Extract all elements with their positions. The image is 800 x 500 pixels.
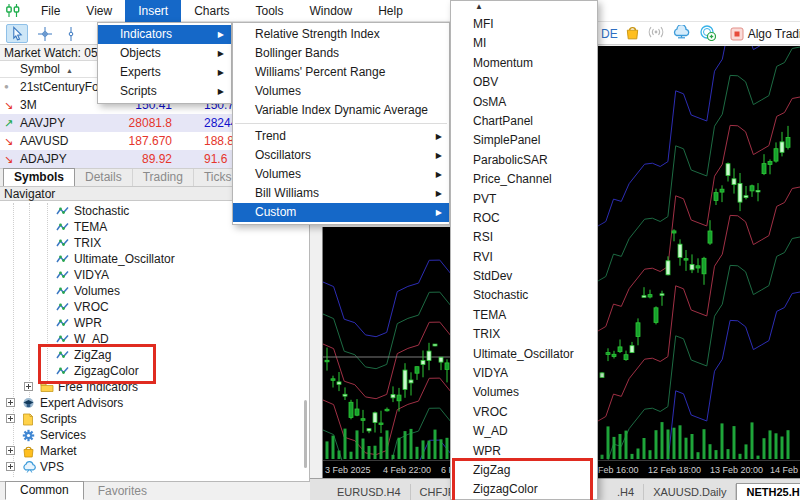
symbol-name: 3M bbox=[20, 96, 37, 114]
menu-item-label: RSI bbox=[473, 230, 493, 244]
menu-item-chartpanel[interactable]: ChartPanel bbox=[451, 112, 597, 131]
vps-cloud-icon[interactable] bbox=[672, 25, 692, 42]
expand-plus-icon[interactable] bbox=[6, 398, 15, 407]
menu-item-tema[interactable]: TEMA bbox=[451, 306, 597, 325]
time-axis-label: 14 Feb 22: bbox=[770, 465, 800, 475]
menu-item-label: Relative Strength Index bbox=[255, 27, 380, 41]
menu-item-stochastic[interactable]: Stochastic bbox=[451, 286, 597, 305]
menu-item-custom[interactable]: Custom▶ bbox=[233, 203, 449, 222]
navigator-item-market[interactable]: Market bbox=[0, 443, 309, 459]
vertical-line-tool-button[interactable] bbox=[62, 24, 80, 43]
menu-item-objects[interactable]: Objects▶ bbox=[98, 44, 231, 63]
menu-item-simplepanel[interactable]: SimplePanel bbox=[451, 131, 597, 150]
navigator-item-wpr[interactable]: WPR bbox=[0, 315, 309, 331]
navigator-item-zigzagcolor[interactable]: ZigzagColor bbox=[0, 363, 309, 379]
algo-trading-button[interactable]: Algo Trading bbox=[730, 27, 800, 41]
menu-item-trix[interactable]: TRIX bbox=[451, 325, 597, 344]
navigator-item-scripts[interactable]: Scripts bbox=[0, 411, 309, 427]
menu-item-ultimate-oscillator[interactable]: Ultimate_Oscillator bbox=[451, 345, 597, 364]
navigator-item-trix[interactable]: TRIX bbox=[0, 235, 309, 251]
menu-item-insert[interactable]: Insert bbox=[125, 0, 181, 22]
menu-item-help[interactable]: Help bbox=[365, 0, 416, 22]
menu-item-vidya[interactable]: VIDYA bbox=[451, 364, 597, 383]
navigator-item-ultimate-oscillator[interactable]: Ultimate_Oscillator bbox=[0, 251, 309, 267]
menu-item-window[interactable]: Window bbox=[297, 0, 366, 22]
market-watch-tab-details[interactable]: Details bbox=[75, 169, 133, 186]
chart-tab-eurusd-h4[interactable]: EURUSD.H4 bbox=[328, 484, 411, 500]
market-watch-tab-trading[interactable]: Trading bbox=[133, 169, 194, 186]
menu-item-indicators[interactable]: Indicators▶ bbox=[98, 25, 231, 44]
menu-item-volumes[interactable]: Volumes▶ bbox=[233, 165, 449, 184]
menu-item-trend[interactable]: Trend▶ bbox=[233, 127, 449, 146]
menu-item-volumes[interactable]: Volumes bbox=[233, 82, 449, 101]
navigator-item-w-ad[interactable]: W_AD bbox=[0, 331, 309, 347]
menu-item-williams-percent-range[interactable]: Williams' Percent Range bbox=[233, 63, 449, 82]
navigator-item-vroc[interactable]: VROC bbox=[0, 299, 309, 315]
menu-item-label: Experts bbox=[120, 65, 161, 79]
menu-item-momentum[interactable]: Momentum bbox=[451, 54, 597, 73]
cursor-tool-button[interactable] bbox=[6, 24, 28, 43]
signals-icon[interactable] bbox=[647, 25, 665, 42]
menu-item-bollinger-bands[interactable]: Bollinger Bands bbox=[233, 44, 449, 63]
chart-tab-neth25-h1[interactable]: NETH25.H1 bbox=[736, 483, 800, 500]
menu-item-osma[interactable]: OsMA bbox=[451, 93, 597, 112]
app-logo-icon bbox=[0, 3, 28, 18]
menu-item-rvi[interactable]: RVI bbox=[451, 248, 597, 267]
menu-item-wpr[interactable]: WPR bbox=[451, 442, 597, 461]
menu-item-label: TRIX bbox=[473, 327, 500, 341]
chart-tab--h4[interactable]: .H4 bbox=[608, 484, 644, 500]
menu-item-rsi[interactable]: RSI bbox=[451, 228, 597, 247]
expand-plus-icon[interactable] bbox=[6, 446, 15, 455]
algo-trading-icon bbox=[730, 27, 744, 41]
navigator-tab-favorites[interactable]: Favorites bbox=[84, 483, 161, 500]
indicators-submenu: Relative Strength IndexBollinger BandsWi… bbox=[232, 22, 450, 225]
navigator-item-label: WPR bbox=[74, 315, 102, 331]
menu-item-pvt[interactable]: PVT bbox=[451, 190, 597, 209]
navigator-item-expert-advisors[interactable]: Expert Advisors bbox=[0, 395, 309, 411]
menu-item-parabolicsar[interactable]: ParabolicSAR bbox=[451, 151, 597, 170]
menu-item-oscillators[interactable]: Oscillators▶ bbox=[233, 146, 449, 165]
navigator-tab-common[interactable]: Common bbox=[5, 481, 84, 500]
menu-item-view[interactable]: View bbox=[73, 0, 125, 22]
down-arrow-icon: ↘ bbox=[4, 150, 16, 168]
navigator-scrollbar[interactable] bbox=[304, 400, 307, 468]
market-watch-tab-symbols[interactable]: Symbols bbox=[3, 168, 75, 186]
menu-item-zigzagcolor[interactable]: ZigzagColor bbox=[451, 480, 597, 499]
menu-item-w-ad[interactable]: W_AD bbox=[451, 422, 597, 441]
expand-plus-icon[interactable] bbox=[6, 414, 15, 423]
chart-window-right[interactable]: Feb 16:0012 Feb 18:0013 Feb 20:0014 Feb … bbox=[598, 46, 800, 478]
navigator-item-vidya[interactable]: VIDYA bbox=[0, 267, 309, 283]
menu-item-file[interactable]: File bbox=[28, 0, 73, 22]
menu-item-roc[interactable]: ROC bbox=[451, 209, 597, 228]
navigator-item-volumes[interactable]: Volumes bbox=[0, 283, 309, 299]
menu-item-experts[interactable]: Experts▶ bbox=[98, 63, 231, 82]
menu-item-charts[interactable]: Charts bbox=[181, 0, 242, 22]
menu-item-stddev[interactable]: StdDev bbox=[451, 267, 597, 286]
menu-item-variable-index-dynamic-average[interactable]: Variable Index Dynamic Average bbox=[233, 101, 449, 120]
menu-item-bill-williams[interactable]: Bill Williams▶ bbox=[233, 184, 449, 203]
menu-item-relative-strength-index[interactable]: Relative Strength Index bbox=[233, 25, 449, 44]
navigator-item-vps[interactable]: VPS bbox=[0, 459, 309, 475]
submenu-arrow-icon: ▶ bbox=[436, 184, 442, 203]
navigator-item-free-indicators[interactable]: Free Indicators bbox=[0, 379, 309, 395]
submenu-arrow-icon: ▶ bbox=[436, 146, 442, 165]
navigator-item-services[interactable]: Services bbox=[0, 427, 309, 443]
community-icon[interactable] bbox=[699, 24, 716, 44]
menu-item-scripts[interactable]: Scripts▶ bbox=[98, 82, 231, 101]
navigator-item-zigzag[interactable]: ZigZag bbox=[0, 347, 309, 363]
expand-plus-icon[interactable] bbox=[24, 382, 33, 391]
menu-item-tools[interactable]: Tools bbox=[243, 0, 297, 22]
expand-plus-icon[interactable] bbox=[6, 462, 15, 471]
menu-item-price-channel[interactable]: Price_Channel bbox=[451, 170, 597, 189]
menu-item-vroc[interactable]: VROC bbox=[451, 403, 597, 422]
menu-item-zigzag[interactable]: ZigZag bbox=[451, 461, 597, 480]
chart-tab-xauusd-daily[interactable]: XAUUSD.Daily bbox=[644, 484, 736, 500]
crosshair-tool-button[interactable] bbox=[34, 24, 56, 43]
menu-item-obv[interactable]: OBV bbox=[451, 73, 597, 92]
market-bag-icon[interactable] bbox=[625, 25, 640, 43]
menu-item-volumes[interactable]: Volumes bbox=[451, 383, 597, 402]
menu-scroll-up-icon[interactable]: ▲ bbox=[475, 2, 483, 11]
menu-item-mi[interactable]: MI bbox=[451, 34, 597, 53]
menu-item-mfi[interactable]: MFI bbox=[451, 15, 597, 34]
menu-item-label: Trend bbox=[255, 129, 286, 143]
